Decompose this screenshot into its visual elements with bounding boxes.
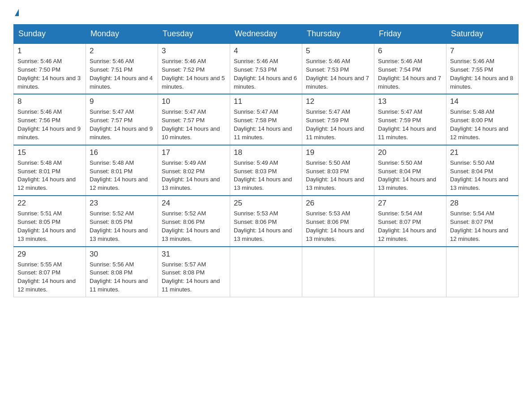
day-number: 11	[234, 97, 298, 106]
day-number: 17	[162, 148, 226, 157]
header-day-monday: Monday	[86, 25, 158, 44]
day-number: 29	[17, 250, 82, 259]
day-info: Sunrise: 5:46 AMSunset: 7:53 PMDaylight:…	[306, 57, 370, 91]
header-day-wednesday: Wednesday	[230, 25, 302, 44]
day-number: 15	[17, 148, 82, 157]
day-number: 2	[90, 47, 154, 56]
calendar-cell: 31Sunrise: 5:57 AMSunset: 8:08 PMDayligh…	[158, 247, 230, 297]
logo-triangle-icon	[15, 9, 19, 16]
calendar-week-row: 8Sunrise: 5:46 AMSunset: 7:56 PMDaylight…	[14, 94, 519, 145]
calendar-cell: 17Sunrise: 5:49 AMSunset: 8:02 PMDayligh…	[158, 145, 230, 196]
day-number: 19	[306, 148, 370, 157]
day-number: 6	[378, 47, 442, 56]
calendar-cell: 6Sunrise: 5:46 AMSunset: 7:54 PMDaylight…	[374, 43, 446, 94]
calendar-cell: 23Sunrise: 5:52 AMSunset: 8:05 PMDayligh…	[86, 196, 158, 246]
day-info: Sunrise: 5:46 AMSunset: 7:53 PMDaylight:…	[234, 57, 298, 91]
calendar-cell: 10Sunrise: 5:47 AMSunset: 7:57 PMDayligh…	[158, 94, 230, 145]
calendar-cell: 22Sunrise: 5:51 AMSunset: 8:05 PMDayligh…	[14, 196, 86, 246]
day-info: Sunrise: 5:54 AMSunset: 8:07 PMDaylight:…	[378, 210, 442, 243]
day-info: Sunrise: 5:48 AMSunset: 8:00 PMDaylight:…	[450, 108, 515, 141]
day-number: 25	[234, 199, 298, 208]
header-day-saturday: Saturday	[446, 25, 519, 44]
day-info: Sunrise: 5:53 AMSunset: 8:06 PMDaylight:…	[234, 210, 298, 243]
calendar-cell: 16Sunrise: 5:48 AMSunset: 8:01 PMDayligh…	[86, 145, 158, 196]
page-header	[13, 9, 519, 15]
day-number: 12	[306, 97, 370, 106]
day-info: Sunrise: 5:55 AMSunset: 8:07 PMDaylight:…	[17, 261, 82, 294]
day-info: Sunrise: 5:51 AMSunset: 8:05 PMDaylight:…	[17, 210, 82, 243]
calendar-cell: 18Sunrise: 5:49 AMSunset: 8:03 PMDayligh…	[230, 145, 302, 196]
calendar-cell: 5Sunrise: 5:46 AMSunset: 7:53 PMDaylight…	[302, 43, 374, 94]
day-info: Sunrise: 5:46 AMSunset: 7:55 PMDaylight:…	[450, 57, 515, 91]
day-info: Sunrise: 5:47 AMSunset: 7:58 PMDaylight:…	[234, 108, 298, 141]
header-day-sunday: Sunday	[14, 25, 86, 44]
day-info: Sunrise: 5:46 AMSunset: 7:52 PMDaylight:…	[162, 57, 226, 91]
day-info: Sunrise: 5:50 AMSunset: 8:04 PMDaylight:…	[450, 159, 515, 193]
day-number: 22	[17, 199, 82, 208]
day-info: Sunrise: 5:46 AMSunset: 7:54 PMDaylight:…	[378, 57, 442, 91]
calendar-cell: 4Sunrise: 5:46 AMSunset: 7:53 PMDaylight…	[230, 43, 302, 94]
day-info: Sunrise: 5:49 AMSunset: 8:02 PMDaylight:…	[162, 159, 226, 193]
calendar-cell: 15Sunrise: 5:48 AMSunset: 8:01 PMDayligh…	[14, 145, 86, 196]
calendar-cell	[446, 247, 519, 297]
logo	[13, 9, 19, 15]
day-info: Sunrise: 5:46 AMSunset: 7:51 PMDaylight:…	[90, 57, 154, 91]
day-number: 23	[90, 199, 154, 208]
day-number: 21	[450, 148, 515, 157]
day-number: 27	[378, 199, 442, 208]
calendar-cell	[230, 247, 302, 297]
day-info: Sunrise: 5:47 AMSunset: 7:57 PMDaylight:…	[162, 108, 226, 141]
day-number: 28	[450, 199, 515, 208]
header-day-tuesday: Tuesday	[158, 25, 230, 44]
calendar-cell: 21Sunrise: 5:50 AMSunset: 8:04 PMDayligh…	[446, 145, 519, 196]
calendar-cell: 1Sunrise: 5:46 AMSunset: 7:50 PMDaylight…	[14, 43, 86, 94]
day-info: Sunrise: 5:47 AMSunset: 7:59 PMDaylight:…	[378, 108, 442, 141]
calendar-cell	[302, 247, 374, 297]
day-info: Sunrise: 5:46 AMSunset: 7:50 PMDaylight:…	[17, 57, 82, 91]
day-info: Sunrise: 5:57 AMSunset: 8:08 PMDaylight:…	[162, 261, 226, 294]
day-number: 1	[17, 47, 82, 56]
day-info: Sunrise: 5:52 AMSunset: 8:06 PMDaylight:…	[162, 210, 226, 243]
calendar-cell: 9Sunrise: 5:47 AMSunset: 7:57 PMDaylight…	[86, 94, 158, 145]
day-info: Sunrise: 5:46 AMSunset: 7:56 PMDaylight:…	[17, 108, 82, 141]
calendar-week-row: 1Sunrise: 5:46 AMSunset: 7:50 PMDaylight…	[14, 43, 519, 94]
day-number: 3	[162, 47, 226, 56]
calendar-cell: 29Sunrise: 5:55 AMSunset: 8:07 PMDayligh…	[14, 247, 86, 297]
day-number: 13	[378, 97, 442, 106]
calendar-cell: 14Sunrise: 5:48 AMSunset: 8:00 PMDayligh…	[446, 94, 519, 145]
calendar-cell	[374, 247, 446, 297]
calendar-cell: 3Sunrise: 5:46 AMSunset: 7:52 PMDaylight…	[158, 43, 230, 94]
day-info: Sunrise: 5:47 AMSunset: 7:57 PMDaylight:…	[90, 108, 154, 141]
calendar-cell: 8Sunrise: 5:46 AMSunset: 7:56 PMDaylight…	[14, 94, 86, 145]
calendar-cell: 26Sunrise: 5:53 AMSunset: 8:06 PMDayligh…	[302, 196, 374, 246]
day-info: Sunrise: 5:48 AMSunset: 8:01 PMDaylight:…	[90, 159, 154, 193]
day-info: Sunrise: 5:48 AMSunset: 8:01 PMDaylight:…	[17, 159, 82, 193]
calendar-cell: 20Sunrise: 5:50 AMSunset: 8:04 PMDayligh…	[374, 145, 446, 196]
calendar-cell: 27Sunrise: 5:54 AMSunset: 8:07 PMDayligh…	[374, 196, 446, 246]
day-number: 9	[90, 97, 154, 106]
day-info: Sunrise: 5:50 AMSunset: 8:03 PMDaylight:…	[306, 159, 370, 193]
day-number: 4	[234, 47, 298, 56]
day-number: 30	[90, 250, 154, 259]
day-number: 26	[306, 199, 370, 208]
day-number: 18	[234, 148, 298, 157]
day-number: 10	[162, 97, 226, 106]
header-day-friday: Friday	[374, 25, 446, 44]
day-number: 8	[17, 97, 82, 106]
day-number: 16	[90, 148, 154, 157]
calendar-cell: 11Sunrise: 5:47 AMSunset: 7:58 PMDayligh…	[230, 94, 302, 145]
calendar-cell: 7Sunrise: 5:46 AMSunset: 7:55 PMDaylight…	[446, 43, 519, 94]
calendar-cell: 2Sunrise: 5:46 AMSunset: 7:51 PMDaylight…	[86, 43, 158, 94]
day-info: Sunrise: 5:54 AMSunset: 8:07 PMDaylight:…	[450, 210, 515, 243]
day-number: 31	[162, 250, 226, 259]
calendar-week-row: 22Sunrise: 5:51 AMSunset: 8:05 PMDayligh…	[14, 196, 519, 246]
calendar-cell: 13Sunrise: 5:47 AMSunset: 7:59 PMDayligh…	[374, 94, 446, 145]
day-info: Sunrise: 5:52 AMSunset: 8:05 PMDaylight:…	[90, 210, 154, 243]
calendar-cell: 28Sunrise: 5:54 AMSunset: 8:07 PMDayligh…	[446, 196, 519, 246]
calendar-cell: 19Sunrise: 5:50 AMSunset: 8:03 PMDayligh…	[302, 145, 374, 196]
calendar-cell: 25Sunrise: 5:53 AMSunset: 8:06 PMDayligh…	[230, 196, 302, 246]
calendar-table: SundayMondayTuesdayWednesdayThursdayFrid…	[13, 24, 519, 297]
calendar-week-row: 15Sunrise: 5:48 AMSunset: 8:01 PMDayligh…	[14, 145, 519, 196]
calendar-cell: 24Sunrise: 5:52 AMSunset: 8:06 PMDayligh…	[158, 196, 230, 246]
day-number: 20	[378, 148, 442, 157]
